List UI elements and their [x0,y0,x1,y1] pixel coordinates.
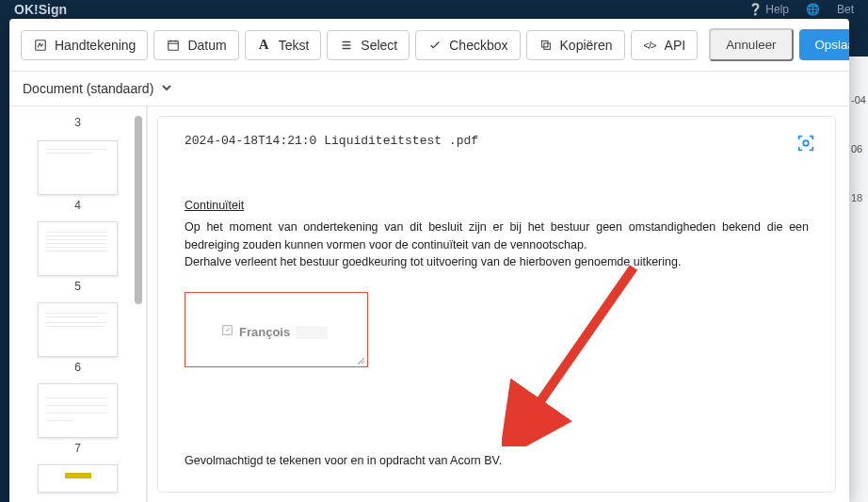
document-page: 2024-04-18T14:21:0 Liquiditeitstest .pdf… [157,116,836,493]
scan-button[interactable] [792,130,820,158]
datum-button[interactable]: Datum [153,30,238,60]
page-thumbnail[interactable] [38,140,118,195]
opslaan-button[interactable]: Opslaan [799,29,850,60]
chevron-down-icon [161,81,172,96]
toolbar: Handtekening Datum A Tekst Select Checkb… [9,19,849,72]
edit-icon [221,323,233,342]
globe-icon[interactable]: 🌐 [806,3,820,16]
svg-point-4 [803,140,809,146]
document-filename: 2024-04-18T14:21:0 Liquiditeitstest .pdf [185,134,809,148]
page-thumbnail[interactable] [38,221,118,276]
thumbnails-scrollbar[interactable] [135,116,142,493]
thumb-label: 5 [74,280,81,293]
tekst-button[interactable]: A Tekst [245,30,322,60]
paragraph: Gevolmachtigd te tekenen voor en in opdr… [185,452,809,470]
brand-label: OK!Sign [14,2,67,17]
svg-rect-3 [543,43,550,50]
copy-icon [538,38,553,52]
masked-text [296,326,328,339]
help-link[interactable]: ❔ Help [748,3,789,16]
checkbox-button[interactable]: Checkbox [415,30,520,60]
thumb-label: 6 [74,361,81,374]
kopieren-button[interactable]: Kopiëren [526,30,625,60]
paragraph: Op het moment van ondertekening van dit … [185,219,809,254]
text-icon: A [257,38,271,52]
list-icon [339,38,353,52]
document-selector[interactable]: Document (standaard) [9,72,849,105]
select-button[interactable]: Select [327,30,410,60]
api-button[interactable]: </> API [631,30,699,60]
document-name-label: Document (standaard) [23,81,153,96]
page-thumbnail[interactable] [38,302,118,357]
page-thumbnail[interactable] [38,383,118,438]
signer-name: François [239,323,290,342]
check-icon [427,38,442,52]
signature-field[interactable]: François [185,292,368,367]
paragraph: Derhalve verleent het bestuur goedkeurin… [185,253,809,271]
background-data-strip: -04 06 18 [849,57,868,502]
thumb-label: 3 [74,116,81,129]
handtekening-button[interactable]: Handtekening [21,30,148,60]
resize-handle[interactable] [354,353,365,364]
svg-rect-2 [541,40,548,47]
editor-modal: Handtekening Datum A Tekst Select Checkb… [9,19,849,502]
page-thumbnail[interactable] [38,464,118,493]
annuleer-button[interactable]: Annuleer [709,28,793,61]
thumbnails-panel: 3 4 5 [9,106,146,502]
bet-label: Bet [837,3,854,16]
svg-rect-1 [169,40,179,50]
signature-icon [33,38,47,52]
code-icon: </> [643,38,657,52]
calendar-icon [166,38,180,52]
section-heading: Continuïteit [185,197,809,215]
thumb-label: 4 [74,199,81,212]
thumb-label: 7 [74,442,81,455]
